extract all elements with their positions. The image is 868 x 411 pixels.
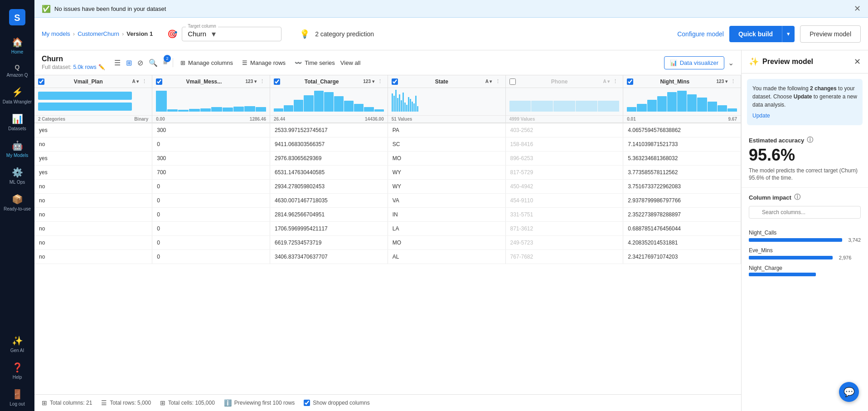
cell-state: MO bbox=[388, 236, 505, 250]
col-menu-night-mins[interactable]: ⋮ bbox=[729, 78, 737, 85]
cell-phone: 450-4942 bbox=[505, 180, 623, 194]
sidebar-item-help[interactable]: ❓ Help bbox=[0, 357, 34, 384]
sidebar-item-log-out[interactable]: 🚪 Log out bbox=[0, 384, 34, 411]
breadcrumb-my-models[interactable]: My models bbox=[42, 30, 70, 37]
notification-close-button[interactable]: ✕ bbox=[854, 4, 861, 14]
cell-night-mins: 3.773585578112562 bbox=[623, 166, 741, 180]
breadcrumb-sep-2: › bbox=[122, 30, 124, 37]
manage-rows-button[interactable]: ☰ Manage rows bbox=[238, 58, 289, 68]
target-column-label: Target column bbox=[186, 24, 218, 29]
manage-columns-button[interactable]: ⊞ Manage columns bbox=[177, 58, 237, 68]
sidebar-item-my-models[interactable]: 🤖 My Models bbox=[0, 136, 34, 162]
col-menu-state[interactable]: ⋮ bbox=[494, 78, 502, 85]
collapse-button[interactable]: ⌄ bbox=[728, 59, 734, 67]
dataset-title-group: Churn Full dataset: 5.0k rows ✏️ bbox=[42, 55, 105, 70]
chat-button-container: 💬 bbox=[839, 382, 859, 402]
quick-build-dropdown-button[interactable]: ▾ bbox=[782, 26, 795, 42]
col-menu-total-charge[interactable]: ⋮ bbox=[376, 78, 384, 85]
dropdown-arrow-icon: ▾ bbox=[212, 29, 216, 39]
ready-to-use-icon: 📦 bbox=[12, 194, 23, 205]
cell-vmail-mess: 0 bbox=[152, 250, 270, 264]
show-dropped-checkbox[interactable] bbox=[304, 400, 310, 406]
col-range-phone: 4999 Values bbox=[506, 115, 623, 122]
target-column-selector[interactable]: Target column Churn ▾ bbox=[182, 27, 281, 41]
cell-phone: 331-5751 bbox=[505, 208, 623, 222]
preview-panel-header: ✨ Preview model ✕ bbox=[742, 50, 868, 73]
col-range-vmail-mess: 0.00 1286.46 bbox=[152, 115, 270, 122]
breadcrumb: My models › CustomerChurn › Version 1 bbox=[42, 30, 153, 37]
col-header-vmail-plan: Vmail_Plan A ▾ ⋮ bbox=[34, 75, 152, 123]
cell-night-mins: 2.342176971074203 bbox=[623, 250, 741, 264]
svg-text:S: S bbox=[14, 13, 20, 23]
sidebar-item-ready-to-use[interactable]: 📦 Ready-to-use bbox=[0, 189, 34, 216]
col-menu-phone[interactable]: ⋮ bbox=[611, 78, 619, 85]
sidebar-item-ml-ops[interactable]: ⚙️ ML Ops bbox=[0, 162, 34, 189]
cell-night-mins: 4.0657594576838862 bbox=[623, 123, 741, 137]
sidebar-item-gen-ai[interactable]: ✨ Gen AI bbox=[0, 331, 34, 357]
table-header-row: Vmail_Plan A ▾ ⋮ bbox=[34, 75, 741, 123]
table-row: no 0 6619.72534573719 MO 249-5723 4.2083… bbox=[34, 236, 741, 250]
chat-button[interactable]: 💬 bbox=[839, 382, 859, 402]
preview-changes-notice: You made the following 2 changes to your… bbox=[747, 79, 863, 125]
search-button[interactable]: 🔍 bbox=[147, 57, 160, 69]
sidebar-item-home[interactable]: 🏠 Home bbox=[0, 32, 34, 59]
dataset-panel: Churn Full dataset: 5.0k rows ✏️ ☰ ⊞ ⊘ 🔍… bbox=[34, 50, 741, 411]
columns-grid-icon: ⊞ bbox=[42, 399, 47, 406]
time-series-button[interactable]: 〰️ Time series bbox=[291, 58, 339, 68]
table-row: no 0 2814.962566704951 IN 331-5751 2.352… bbox=[34, 208, 741, 222]
cell-state: IN bbox=[388, 208, 505, 222]
cell-phone: 403-2562 bbox=[505, 123, 623, 137]
sidebar-item-datasets[interactable]: 📊 Datasets bbox=[0, 109, 34, 136]
sort-badge-button[interactable]: ≡ 2 bbox=[161, 57, 169, 68]
col-name-total-charge: Total_Charge bbox=[282, 78, 361, 85]
preview-model-button[interactable]: Preview model bbox=[800, 25, 861, 43]
quick-build-group: Quick build ▾ bbox=[729, 26, 795, 42]
cells-grid-icon: ⊞ bbox=[160, 399, 165, 406]
table-row: no 0 9411.068303566357 SC 158-8416 7.141… bbox=[34, 137, 741, 152]
col-checkbox-vmail-mess[interactable] bbox=[156, 78, 162, 85]
data-table-container[interactable]: Vmail_Plan A ▾ ⋮ bbox=[34, 75, 741, 394]
col-checkbox-vmail-plan[interactable] bbox=[38, 78, 44, 85]
table-row: yes 300 2976.83065629369 MO 896-6253 5.3… bbox=[34, 152, 741, 166]
gen-ai-icon: ✨ bbox=[12, 335, 23, 346]
edit-icon[interactable]: ✏️ bbox=[98, 64, 105, 70]
my-models-icon: 🤖 bbox=[12, 140, 23, 151]
col-checkbox-phone[interactable] bbox=[509, 78, 516, 85]
cell-phone: 817-5729 bbox=[505, 166, 623, 180]
close-preview-panel-button[interactable]: ✕ bbox=[854, 57, 861, 67]
dataset-subtitle: Full dataset: 5.0k rows ✏️ bbox=[42, 64, 105, 70]
col-menu-vmail-plan[interactable]: ⋮ bbox=[141, 78, 148, 85]
impact-name-night-charge: Night_Charge bbox=[749, 265, 861, 271]
column-impact-search-input[interactable] bbox=[749, 206, 861, 219]
breadcrumb-sep-1: › bbox=[73, 30, 75, 37]
view-all-button[interactable]: View all bbox=[340, 59, 361, 66]
filter-button[interactable]: ⊘ bbox=[136, 57, 145, 69]
footer-show-dropped[interactable]: Show dropped columns bbox=[304, 400, 369, 406]
list-view-button[interactable]: ☰ bbox=[112, 57, 122, 69]
notification-left: ✅ No issues have been found in your data… bbox=[42, 5, 166, 13]
update-link[interactable]: Update bbox=[752, 112, 857, 120]
sidebar-item-amazon-q[interactable]: Q Amazon Q bbox=[0, 59, 34, 82]
col-menu-vmail-mess[interactable]: ⋮ bbox=[258, 78, 266, 85]
preview-panel-title: ✨ Preview model bbox=[749, 57, 813, 67]
cell-night-mins: 7.141039871521733 bbox=[623, 137, 741, 152]
breadcrumb-customer-churn[interactable]: CustomerChurn bbox=[78, 30, 119, 37]
col-checkbox-state[interactable] bbox=[392, 78, 398, 85]
configure-model-button[interactable]: Configure model bbox=[677, 30, 724, 38]
cell-state: WY bbox=[388, 180, 505, 194]
accuracy-info-icon[interactable]: ⓘ bbox=[807, 136, 813, 144]
col-checkbox-night-mins[interactable] bbox=[627, 78, 633, 85]
col-header-total-charge: Total_Charge 123 ▾ ⋮ bbox=[270, 75, 388, 123]
ml-ops-icon: ⚙️ bbox=[12, 167, 23, 178]
data-visualizer-button[interactable]: 📊 Data visualizer bbox=[664, 56, 724, 69]
quick-build-button[interactable]: Quick build bbox=[729, 26, 782, 42]
column-impact-info-icon[interactable]: ⓘ bbox=[794, 193, 800, 201]
col-checkbox-total-charge[interactable] bbox=[274, 78, 280, 85]
cell-vmail-mess: 300 bbox=[152, 123, 270, 137]
col-type-night-mins: 123 ▾ bbox=[717, 79, 727, 84]
col-range-vmail-plan: 2 Categories Binary bbox=[34, 115, 152, 122]
page-header: My models › CustomerChurn › Version 1 🎯 … bbox=[34, 18, 868, 50]
grid-view-button[interactable]: ⊞ bbox=[124, 57, 134, 69]
sidebar-item-data-wrangler[interactable]: ⚡ Data Wrangler bbox=[0, 82, 34, 109]
rows-count-link[interactable]: 5.0k rows bbox=[73, 64, 96, 70]
